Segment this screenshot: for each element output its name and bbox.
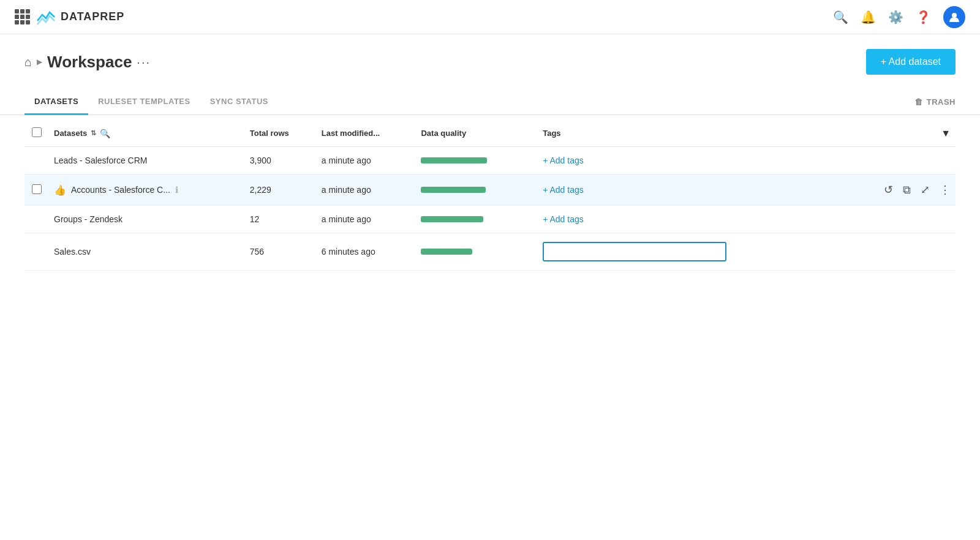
thumb-icon: 👍 [54,184,66,196]
sort-icon[interactable]: ⇅ [91,129,96,137]
tags-header: Tags [538,120,821,147]
datasets-table: Datasets ⇅ 🔍 Total rows Last modified...… [24,120,956,271]
column-search-icon[interactable]: 🔍 [100,129,110,138]
share-icon[interactable]: ⤢ [921,183,930,197]
dataset-name-text: Leads - Salesforce CRM [54,156,148,165]
dataset-name-cell[interactable]: Sales.csv [49,233,245,271]
bell-icon[interactable]: 🔔 [861,10,876,24]
table-row: Groups - Zendesk12a minute ago+ Add tags [24,206,956,233]
trash-icon: 🗑 [914,97,923,107]
last-modified-cell: a minute ago [317,174,417,206]
svg-point-0 [952,13,957,18]
tab-datasets[interactable]: DATASETS [24,89,88,115]
app-grid-icon[interactable] [15,9,30,24]
breadcrumb: ⌂ ▶ Workspace ··· [24,53,151,72]
dataset-name-text: Sales.csv [54,247,91,257]
add-tags-link[interactable]: + Add tags [543,214,584,224]
breadcrumb-chevron: ▶ [37,58,42,66]
logo: DATAPREP [36,7,124,27]
row-select-cell [24,206,49,233]
total-rows-cell: 2,229 [245,174,317,206]
data-quality-cell [416,147,538,174]
add-dataset-button[interactable]: + Add dataset [866,49,956,75]
refresh-icon[interactable]: ↺ [884,183,893,197]
table-row: Leads - Salesforce CRM3,900a minute ago+… [24,147,956,174]
row-actions-cell [821,233,956,271]
tabs: DATASETS RULESET TEMPLATES SYNC STATUS 🗑… [0,89,980,115]
dataset-name-text: Groups - Zendesk [54,214,123,224]
filter-icon[interactable]: ▼ [941,128,951,138]
copy-icon[interactable]: ⧉ [903,184,911,197]
select-all-header [24,120,49,147]
datasets-header: Datasets ⇅ 🔍 [49,120,245,147]
data-quality-cell [416,233,538,271]
tags-cell: + Add tags [538,147,821,174]
header-left: DATAPREP [15,7,124,27]
row-select-cell [24,174,49,206]
avatar[interactable] [943,6,965,28]
tag-input[interactable] [543,242,726,261]
workspace-title: Workspace [47,53,132,72]
tags-cell[interactable] [538,233,821,271]
tab-sync-status[interactable]: SYNC STATUS [200,89,278,115]
table-row: 👍Accounts - Salesforce C...ℹ2,229a minut… [24,174,956,206]
tags-cell: + Add tags [538,174,821,206]
datasets-table-area: Datasets ⇅ 🔍 Total rows Last modified...… [0,120,980,271]
logo-icon [36,7,56,27]
total-rows-cell: 12 [245,206,317,233]
last-modified-header: Last modified... [317,120,417,147]
help-icon[interactable]: ❓ [916,10,931,24]
table-row: Sales.csv7566 minutes ago [24,233,956,271]
home-icon[interactable]: ⌂ [24,55,32,69]
total-rows-header: Total rows [245,120,317,147]
search-icon[interactable]: 🔍 [833,10,848,24]
last-modified-cell: 6 minutes ago [317,233,417,271]
trash-button[interactable]: 🗑 TRASH [914,97,956,107]
row-select-cell [24,147,49,174]
table-header-row: Datasets ⇅ 🔍 Total rows Last modified...… [24,120,956,147]
row-actions-cell: ↺⧉⤢⋮ [821,174,956,206]
header-right: 🔍 🔔 ⚙️ ❓ [833,6,965,28]
data-quality-cell [416,206,538,233]
add-tags-link[interactable]: + Add tags [543,156,584,165]
data-quality-header: Data quality [416,120,538,147]
filter-header: ▼ [821,120,956,147]
row-actions-cell [821,147,956,174]
total-rows-cell: 756 [245,233,317,271]
add-tags-link[interactable]: + Add tags [543,185,584,195]
total-rows-cell: 3,900 [245,147,317,174]
dataset-name-cell[interactable]: 👍Accounts - Salesforce C...ℹ [49,174,245,206]
gear-icon[interactable]: ⚙️ [888,10,903,24]
tags-cell: + Add tags [538,206,821,233]
header: DATAPREP 🔍 🔔 ⚙️ ❓ [0,0,980,34]
data-quality-cell [416,174,538,206]
breadcrumb-bar: ⌂ ▶ Workspace ··· + Add dataset [0,34,980,89]
last-modified-cell: a minute ago [317,147,417,174]
tab-ruleset-templates[interactable]: RULESET TEMPLATES [88,89,200,115]
app-name: DATAPREP [61,10,124,23]
dataset-name-cell[interactable]: Groups - Zendesk [49,206,245,233]
row-actions-cell [821,206,956,233]
more-options-icon[interactable]: ⋮ [940,183,951,197]
info-icon[interactable]: ℹ [175,185,178,195]
dataset-name-cell[interactable]: Leads - Salesforce CRM [49,147,245,174]
last-modified-cell: a minute ago [317,206,417,233]
row-checkbox[interactable] [32,184,42,194]
more-menu-button[interactable]: ··· [137,55,151,69]
row-select-cell [24,233,49,271]
select-all-checkbox[interactable] [32,127,42,137]
dataset-name-text: Accounts - Salesforce C... [71,185,170,195]
